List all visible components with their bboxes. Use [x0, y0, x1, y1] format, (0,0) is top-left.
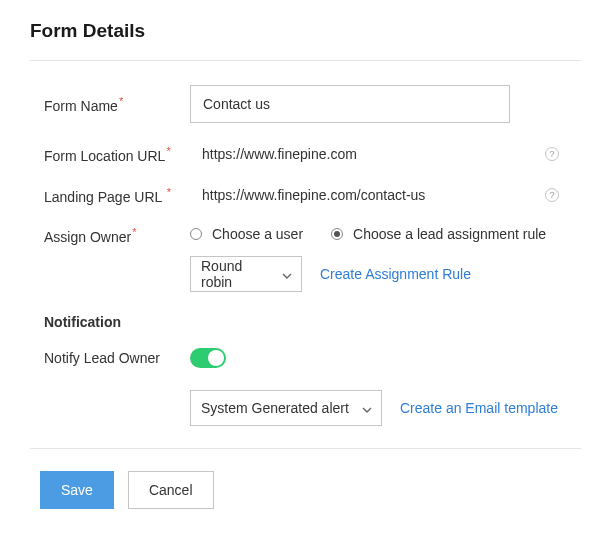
- label-landing-page-url-text: Landing Page URL: [44, 188, 162, 204]
- required-asterisk: *: [132, 226, 136, 238]
- select-assignment-rule-value: Round robin: [201, 258, 271, 290]
- value-form-location-url: https://www.finepine.com: [190, 146, 357, 162]
- help-icon[interactable]: ?: [545, 147, 559, 161]
- link-create-email-template[interactable]: Create an Email template: [400, 400, 558, 416]
- row-assign-owner: Assign Owner* Choose a user Choose a lea…: [30, 226, 581, 292]
- row-alert-template: System Generated alert Create an Email t…: [30, 390, 581, 426]
- input-form-name[interactable]: [190, 85, 510, 123]
- select-alert-type-value: System Generated alert: [201, 400, 349, 416]
- select-assignment-rule[interactable]: Round robin: [190, 256, 302, 292]
- radio-choose-rule-label: Choose a lead assignment rule: [353, 226, 546, 242]
- link-create-assignment-rule[interactable]: Create Assignment Rule: [320, 266, 471, 282]
- button-row: Save Cancel: [30, 471, 581, 509]
- help-icon[interactable]: ?: [545, 188, 559, 202]
- toggle-knob: [208, 350, 224, 366]
- label-form-name: Form Name*: [30, 95, 190, 114]
- label-notify-lead-owner: Notify Lead Owner: [30, 350, 190, 366]
- label-form-name-text: Form Name: [44, 97, 118, 113]
- radio-choose-user-label: Choose a user: [212, 226, 303, 242]
- required-asterisk: *: [166, 145, 170, 157]
- radio-choose-user[interactable]: Choose a user: [190, 226, 303, 242]
- label-assign-owner-text: Assign Owner: [44, 229, 131, 245]
- row-form-location-url: Form Location URL* https://www.finepine.…: [30, 145, 581, 164]
- label-form-location-url-text: Form Location URL: [44, 148, 165, 164]
- row-landing-page-url: Landing Page URL * https://www.finepine.…: [30, 186, 581, 205]
- save-button[interactable]: Save: [40, 471, 114, 509]
- cancel-button[interactable]: Cancel: [128, 471, 214, 509]
- select-alert-wrapper: System Generated alert: [190, 390, 382, 426]
- required-asterisk: *: [167, 186, 171, 198]
- alert-subrow: System Generated alert Create an Email t…: [190, 390, 558, 426]
- section-header-notification: Notification: [30, 314, 581, 330]
- select-alert-type[interactable]: System Generated alert: [190, 390, 382, 426]
- row-form-name: Form Name*: [30, 85, 581, 123]
- divider-bottom: [30, 448, 581, 449]
- radio-circle-icon: [190, 228, 202, 240]
- page-title: Form Details: [30, 20, 581, 42]
- select-assignment-rule-wrapper: Round robin: [190, 256, 302, 292]
- assign-rule-subrow: Round robin Create Assignment Rule: [190, 256, 546, 292]
- toggle-notify-lead-owner[interactable]: [190, 348, 226, 368]
- radio-choose-rule[interactable]: Choose a lead assignment rule: [331, 226, 546, 242]
- radio-circle-icon: [331, 228, 343, 240]
- assign-owner-radio-group: Choose a user Choose a lead assignment r…: [190, 226, 546, 242]
- divider-top: [30, 60, 581, 61]
- assign-owner-content: Choose a user Choose a lead assignment r…: [190, 226, 546, 292]
- row-notify-lead-owner: Notify Lead Owner: [30, 348, 581, 368]
- value-landing-page-url: https://www.finepine.com/contact-us: [190, 187, 425, 203]
- label-assign-owner: Assign Owner*: [30, 226, 190, 245]
- label-form-location-url: Form Location URL*: [30, 145, 190, 164]
- label-landing-page-url: Landing Page URL *: [30, 186, 190, 205]
- required-asterisk: *: [119, 95, 123, 107]
